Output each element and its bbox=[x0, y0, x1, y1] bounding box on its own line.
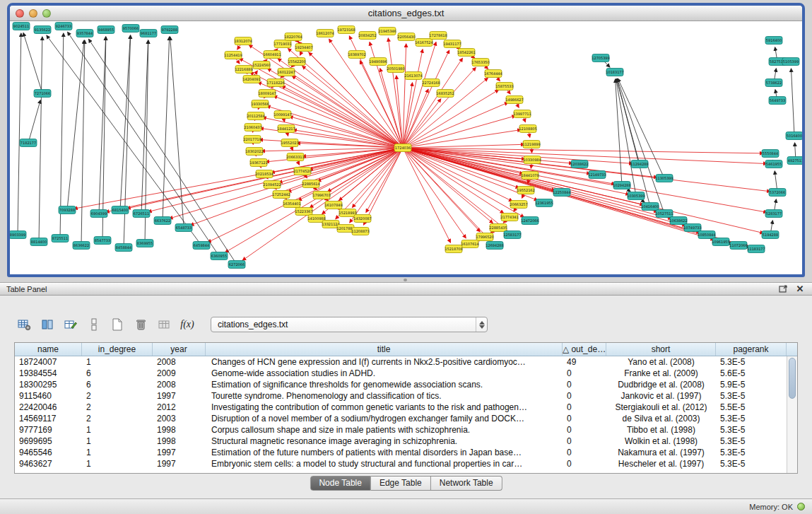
network-node[interactable]: 17996703 bbox=[312, 192, 330, 199]
network-node[interactable]: 4927511 bbox=[787, 157, 802, 165]
column-header-name[interactable]: name bbox=[15, 343, 82, 356]
network-node[interactable]: 17252442 bbox=[272, 191, 290, 199]
network-node[interactable]: 20218534 bbox=[255, 170, 273, 178]
network-node[interactable]: 12583177 bbox=[503, 231, 521, 239]
network-node[interactable]: 12108805 bbox=[519, 125, 536, 133]
network-node[interactable]: 9570066 bbox=[122, 25, 139, 33]
table-row[interactable]: 911546021997Tourette syndrome. Phenomeno… bbox=[15, 390, 797, 402]
column-header-title[interactable]: title bbox=[206, 343, 563, 356]
network-node[interactable]: 6637622 bbox=[154, 217, 171, 225]
table-row[interactable]: 1872400712008Changes of HCN gene express… bbox=[15, 356, 797, 368]
network-node[interactable]: 18441217 bbox=[277, 125, 295, 133]
network-node[interactable]: 15223367 bbox=[295, 208, 312, 216]
minimize-window-button[interactable] bbox=[29, 9, 37, 18]
network-node[interactable]: 11208873 bbox=[351, 228, 369, 235]
table-scrollbar[interactable] bbox=[787, 356, 797, 474]
network-node[interactable]: 19330566 bbox=[251, 100, 269, 108]
network-node[interactable]: 9357844 bbox=[76, 30, 93, 37]
network-node[interactable]: 21774341 bbox=[500, 214, 518, 221]
network-node[interactable]: 5649733 bbox=[769, 97, 786, 105]
network-node[interactable]: 6548733 bbox=[175, 224, 192, 232]
column-header-in_degree[interactable]: in_degree bbox=[82, 343, 153, 356]
network-node[interactable]: 11072066 bbox=[729, 242, 747, 250]
network-node[interactable]: 8903399 bbox=[10, 231, 26, 239]
citation-network-graph[interactable]: 1831207411254419122168891420409115224560… bbox=[10, 21, 802, 274]
column-header-year[interactable]: year bbox=[153, 343, 206, 356]
network-node[interactable]: 12361955 bbox=[535, 199, 553, 207]
network-node[interactable]: 19552023 bbox=[281, 139, 298, 147]
network-node[interactable]: 5372066 bbox=[769, 189, 786, 197]
network-node[interactable]: 11183177 bbox=[747, 245, 765, 253]
table-row[interactable]: 1456911722003Disruption of a novel membe… bbox=[15, 413, 797, 424]
network-node[interactable]: 8547733 bbox=[94, 237, 111, 245]
network-node[interactable]: 10961955 bbox=[712, 238, 729, 246]
network-node[interactable]: 6904399 bbox=[90, 210, 107, 218]
network-node[interactable]: 8636622 bbox=[73, 242, 90, 250]
network-node[interactable]: 8458844 bbox=[115, 244, 132, 252]
network-node[interactable]: 12472066 bbox=[521, 217, 539, 225]
network-node[interactable]: 15224560 bbox=[252, 62, 270, 69]
network-node[interactable]: 9246733 bbox=[55, 23, 72, 30]
network-node[interactable]: 18302022 bbox=[245, 148, 263, 156]
network-node[interactable]: 18612074 bbox=[316, 30, 334, 37]
network-node[interactable]: 19431177 bbox=[443, 40, 461, 48]
network-node[interactable]: 16107849 bbox=[324, 201, 342, 209]
network-node[interactable]: 12038622 bbox=[570, 160, 588, 168]
network-node[interactable]: 5738622 bbox=[765, 79, 782, 87]
network-node[interactable]: 5550844 bbox=[762, 150, 779, 158]
network-node[interactable]: 15218708 bbox=[445, 245, 462, 253]
network-node[interactable]: 6726511 bbox=[133, 210, 150, 218]
network-node[interactable]: 10305399 bbox=[627, 192, 645, 200]
window-title-bar[interactable]: citations_edges.txt bbox=[10, 6, 802, 21]
network-node[interactable]: 19367121 bbox=[249, 159, 267, 167]
network-node[interactable]: 11219899 bbox=[522, 141, 540, 148]
network-node[interactable]: 16107614 bbox=[461, 240, 478, 248]
network-node[interactable]: 9024511 bbox=[13, 23, 30, 30]
network-node[interactable]: 8725511 bbox=[52, 235, 69, 243]
network-node[interactable]: 11254419 bbox=[224, 52, 242, 59]
network-node[interactable]: 16167524 bbox=[415, 39, 433, 47]
network-node[interactable]: 22056430 bbox=[397, 33, 415, 41]
network-node[interactable]: 9468955 bbox=[98, 26, 114, 34]
network-node[interactable]: 21094522 bbox=[263, 181, 281, 189]
network-node[interactable]: 16764444 bbox=[484, 70, 502, 78]
network-node[interactable]: 17118226 bbox=[266, 79, 284, 87]
import-table-icon[interactable] bbox=[155, 316, 172, 333]
network-node[interactable]: 5283177 bbox=[765, 210, 782, 218]
table-row[interactable]: 969969511998Structural magnetic resonanc… bbox=[15, 436, 797, 447]
table-row[interactable]: 1938455462009Genome-wide association stu… bbox=[15, 368, 797, 379]
float-panel-icon[interactable] bbox=[777, 284, 789, 294]
network-node[interactable]: 6360955 bbox=[211, 252, 228, 260]
scrollbar-thumb[interactable] bbox=[789, 358, 796, 399]
new-document-icon[interactable] bbox=[109, 316, 126, 333]
network-hub-node[interactable]: 1724036 bbox=[394, 144, 411, 152]
network-node[interactable]: 21945346 bbox=[378, 28, 396, 35]
network-node[interactable]: 6459844 bbox=[193, 242, 210, 250]
network-node[interactable]: 21060437 bbox=[244, 124, 261, 132]
network-node[interactable]: 5105399 bbox=[782, 58, 799, 66]
network-node[interactable]: 10638622 bbox=[669, 217, 687, 225]
zoom-window-button[interactable] bbox=[42, 9, 51, 18]
network-node[interactable]: 19234407 bbox=[295, 44, 312, 52]
network-node[interactable]: 5016400 bbox=[786, 132, 802, 140]
network-node[interactable]: 8369955 bbox=[136, 240, 153, 247]
row-height-icon[interactable] bbox=[86, 316, 102, 333]
network-node[interactable]: 16012247 bbox=[277, 69, 295, 76]
function-builder-icon[interactable]: f(x) bbox=[179, 316, 196, 333]
network-node[interactable]: 8814400 bbox=[30, 238, 47, 246]
network-node[interactable]: 22885435 bbox=[489, 224, 507, 232]
network-node[interactable]: 6815400 bbox=[112, 206, 129, 214]
network-node[interactable]: 19490896 bbox=[369, 58, 387, 66]
column-header-out_degree[interactable]: △ out_de… bbox=[563, 343, 606, 356]
network-node[interactable]: 12705399 bbox=[592, 54, 609, 62]
network-node[interactable]: 12694288 bbox=[486, 242, 503, 250]
network-node[interactable]: 14204091 bbox=[242, 76, 260, 83]
network-node[interactable]: 10749733 bbox=[683, 224, 701, 232]
dropdown-stepper-icon[interactable] bbox=[476, 317, 487, 332]
column-header-pagerank[interactable]: pagerank bbox=[716, 343, 787, 356]
network-canvas[interactable]: 1831207411254419122168891420409115224560… bbox=[10, 21, 802, 274]
network-node[interactable]: 20501980 bbox=[387, 65, 404, 73]
network-node[interactable]: 7093288 bbox=[59, 206, 76, 214]
network-node[interactable]: 18542261 bbox=[457, 49, 475, 57]
network-node[interactable]: 20663257 bbox=[510, 201, 527, 209]
